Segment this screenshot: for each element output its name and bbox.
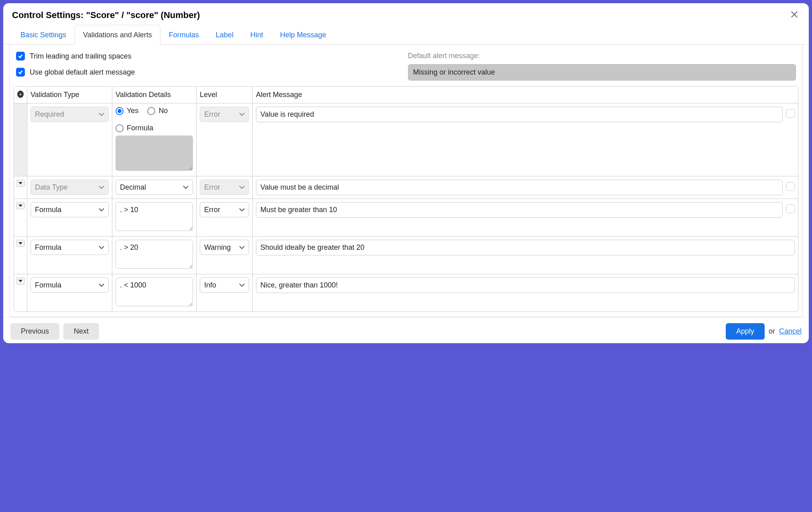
plus-icon: + [19, 91, 22, 97]
add-row-button[interactable]: + [17, 91, 24, 98]
formula-textarea[interactable]: . > 20 [116, 240, 193, 269]
header-cell-add: + [14, 87, 27, 103]
data-type-select[interactable]: Decimal [116, 180, 193, 195]
table-row: Formula . > 20 Warning [14, 236, 798, 274]
close-icon [790, 10, 799, 21]
trim-spaces-label: Trim leading and trailing spaces [30, 52, 131, 61]
radio-label: Formula [127, 124, 153, 132]
formula-textarea[interactable]: . < 1000 [116, 277, 193, 306]
dialog-title: Control Settings: "Score" / "score" (Num… [12, 10, 200, 20]
validations-table: + Validation Type Validation Details Lev… [14, 86, 798, 312]
table-row: Formula . > 10 Error [14, 198, 798, 236]
close-button[interactable] [789, 10, 800, 21]
row-handle-cell [14, 199, 27, 236]
details-textarea [116, 136, 193, 171]
required-formula-radio[interactable]: Formula [116, 124, 153, 132]
tab-basic-settings[interactable]: Basic Settings [12, 25, 75, 45]
checkbox-checked-icon [16, 52, 25, 61]
required-radio-group: Yes No Formula [116, 107, 193, 132]
default-alert-input[interactable] [408, 64, 796, 81]
tabs-bar: Basic Settings Validations and Alerts Fo… [3, 25, 809, 45]
row-menu-button[interactable] [16, 180, 25, 187]
validation-type-select: Data Type [30, 180, 109, 195]
level-select[interactable]: Error [200, 202, 249, 217]
use-global-alert-label: Use global default alert message [30, 68, 135, 77]
table-row: Formula . < 1000 Info [14, 274, 798, 312]
validation-type-select[interactable]: Formula [30, 240, 109, 255]
cancel-link[interactable]: Cancel [779, 327, 802, 336]
or-text: or [769, 327, 775, 336]
row-handle-cell [14, 237, 27, 274]
previous-button[interactable]: Previous [10, 323, 59, 340]
default-alert-label: Default alert message: [408, 52, 796, 60]
alert-flag-checkbox[interactable] [786, 204, 795, 213]
tab-label[interactable]: Label [207, 25, 242, 45]
validation-type-select: Required [30, 107, 109, 122]
table-row: Data Type Decimal Error [14, 176, 798, 198]
validation-type-select[interactable]: Formula [30, 202, 109, 217]
table-row: Required Yes No [14, 103, 798, 176]
row-handle-cell [14, 274, 27, 312]
radio-label: No [158, 107, 168, 115]
header-alert-message: Alert Message [252, 87, 798, 103]
options-row: Trim leading and trailing spaces Use glo… [14, 52, 798, 86]
dialog-window: Control Settings: "Score" / "score" (Num… [3, 3, 809, 343]
caret-down-icon [18, 280, 22, 282]
alert-message-input[interactable] [256, 240, 795, 255]
level-select[interactable]: Info [200, 277, 249, 293]
tab-validations-and-alerts[interactable]: Validations and Alerts [75, 25, 160, 45]
caret-down-icon [18, 204, 22, 207]
alert-message-input[interactable] [256, 180, 783, 195]
formula-textarea[interactable]: . > 10 [116, 202, 193, 231]
header-validation-details: Validation Details [112, 87, 196, 103]
row-handle-cell [14, 103, 27, 176]
alert-flag-checkbox[interactable] [786, 109, 795, 118]
alert-message-input[interactable] [256, 277, 795, 293]
row-menu-button[interactable] [16, 202, 25, 209]
required-yes-radio[interactable]: Yes [116, 107, 138, 115]
level-select: Error [200, 180, 249, 195]
tab-formulas[interactable]: Formulas [160, 25, 207, 45]
row-menu-button[interactable] [16, 277, 25, 285]
next-button[interactable]: Next [63, 323, 99, 340]
header-level: Level [196, 87, 252, 103]
use-global-alert-checkbox[interactable]: Use global default alert message [16, 68, 398, 77]
tab-hint[interactable]: Hint [242, 25, 272, 45]
alert-flag-checkbox[interactable] [786, 182, 795, 191]
required-no-radio[interactable]: No [147, 107, 168, 115]
level-select: Error [200, 107, 249, 122]
caret-down-icon [18, 242, 22, 245]
level-select[interactable]: Warning [200, 240, 249, 255]
row-handle-cell [14, 176, 27, 198]
dialog-header: Control Settings: "Score" / "score" (Num… [3, 3, 809, 25]
validation-type-select[interactable]: Formula [30, 277, 109, 293]
trim-spaces-checkbox[interactable]: Trim leading and trailing spaces [16, 52, 398, 61]
checkbox-checked-icon [16, 68, 25, 77]
caret-down-icon [18, 182, 22, 184]
dialog-footer: Previous Next Apply or Cancel [3, 317, 809, 343]
header-validation-type: Validation Type [27, 87, 112, 103]
panel-body: Trim leading and trailing spaces Use glo… [9, 45, 803, 317]
row-menu-button[interactable] [16, 240, 25, 247]
table-header: + Validation Type Validation Details Lev… [14, 87, 798, 103]
apply-button[interactable]: Apply [726, 323, 765, 340]
radio-label: Yes [127, 107, 138, 115]
tab-help-message[interactable]: Help Message [272, 25, 335, 45]
alert-message-input[interactable] [256, 202, 783, 218]
alert-message-input[interactable] [256, 107, 783, 122]
